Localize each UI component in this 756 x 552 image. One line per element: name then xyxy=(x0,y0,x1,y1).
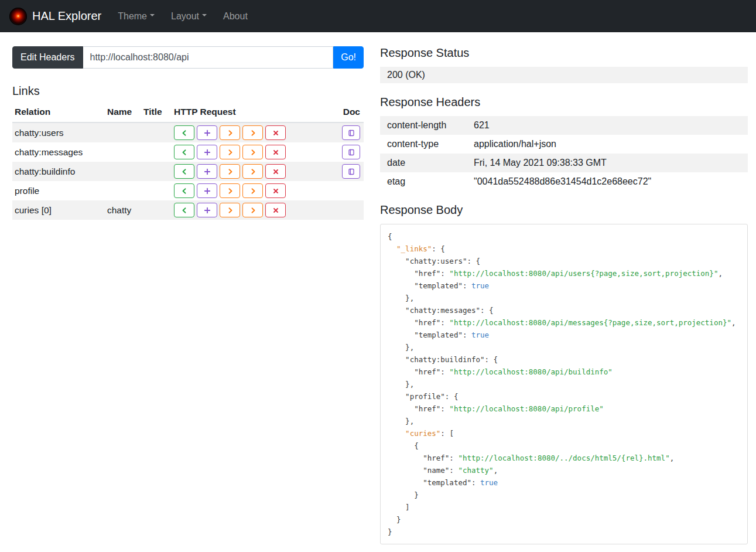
book-icon xyxy=(348,130,355,137)
response-body-code: { "_links": { "chatty:users": { "href": … xyxy=(380,224,748,544)
response-header-row: dateFri, 14 May 2021 09:38:33 GMT xyxy=(380,154,748,172)
http-get-button[interactable] xyxy=(174,145,194,159)
http-put-button[interactable] xyxy=(220,203,240,217)
link-title xyxy=(141,181,172,200)
http-get-button[interactable] xyxy=(174,203,194,217)
link-request-buttons xyxy=(172,162,337,181)
right-column: Response Status 200 (OK) Response Header… xyxy=(380,46,748,544)
code-line: "chatty:messages": { xyxy=(388,304,740,316)
http-delete-button[interactable] xyxy=(265,183,286,198)
http-post-button[interactable] xyxy=(197,203,217,217)
links-table-row: curies [0]chatty xyxy=(12,200,364,220)
edit-headers-button[interactable]: Edit Headers xyxy=(12,46,83,69)
response-header-name: date xyxy=(387,158,474,168)
code-line: "chatty:buildinfo": { xyxy=(388,353,740,366)
plus-icon xyxy=(204,149,211,156)
link-request-buttons xyxy=(172,200,337,220)
code-line: }, xyxy=(388,378,740,390)
x-icon xyxy=(272,207,279,214)
response-header-name: etag xyxy=(387,176,474,187)
links-heading: Links xyxy=(12,84,364,98)
http-delete-button[interactable] xyxy=(265,203,286,217)
plus-icon xyxy=(204,168,211,175)
brand-title: HAL Explorer xyxy=(32,9,101,23)
code-line: { xyxy=(388,230,740,243)
chevron-left-icon xyxy=(181,130,188,137)
response-header-row: content-length621 xyxy=(380,116,748,135)
response-header-value: "0041da552488d86e31454d1c2e68eec72" xyxy=(474,176,741,187)
caret-down-icon xyxy=(150,14,155,19)
link-doc xyxy=(337,181,364,200)
code-line: } xyxy=(388,489,740,501)
column-header-title: Title xyxy=(141,101,172,122)
response-header-row: content-typeapplication/hal+json xyxy=(380,135,748,154)
doc-button[interactable] xyxy=(342,164,360,179)
chevron-right-icon xyxy=(249,168,256,175)
http-post-button[interactable] xyxy=(197,145,217,159)
code-line: "href": "http://localhost:8080/api/users… xyxy=(388,267,740,280)
code-line: "templated": true xyxy=(388,476,740,489)
chevron-left-icon xyxy=(181,149,188,156)
code-line: }, xyxy=(388,341,740,353)
http-post-button[interactable] xyxy=(197,125,217,140)
column-header-doc: Doc xyxy=(337,101,364,122)
links-table-row: chatty:users xyxy=(12,122,364,142)
http-put-button[interactable] xyxy=(220,183,240,198)
link-doc xyxy=(337,122,364,142)
main-content: Edit Headers Go! Links Relation Name Tit… xyxy=(0,32,756,552)
http-put-button[interactable] xyxy=(220,164,240,179)
http-delete-button[interactable] xyxy=(265,125,286,140)
link-doc xyxy=(337,142,364,162)
code-line: "href": "http://localhost:8080/api/messa… xyxy=(388,316,740,329)
go-button[interactable]: Go! xyxy=(333,46,364,69)
navbar-brand[interactable]: HAL Explorer xyxy=(9,8,101,25)
url-input[interactable] xyxy=(83,46,334,69)
http-patch-button[interactable] xyxy=(242,145,263,159)
code-line: "profile": { xyxy=(388,390,740,403)
link-name xyxy=(105,181,141,200)
plus-icon xyxy=(204,130,211,137)
response-header-row: etag"0041da552488d86e31454d1c2e68eec72" xyxy=(380,172,748,191)
doc-button[interactable] xyxy=(342,125,360,140)
http-get-button[interactable] xyxy=(174,125,194,140)
http-post-button[interactable] xyxy=(197,164,217,179)
http-patch-button[interactable] xyxy=(242,125,263,140)
doc-button[interactable] xyxy=(342,145,360,159)
x-icon xyxy=(272,168,279,175)
http-get-button[interactable] xyxy=(174,183,194,198)
link-name: chatty xyxy=(105,200,141,220)
chevron-right-icon xyxy=(227,149,234,156)
http-patch-button[interactable] xyxy=(242,164,263,179)
response-header-name: content-type xyxy=(387,139,474,149)
nav-item-layout[interactable]: Layout xyxy=(163,6,215,26)
nav-item-theme[interactable]: Theme xyxy=(110,6,163,26)
links-table: Relation Name Title HTTP Request Doc cha… xyxy=(12,101,364,220)
response-headers-table: content-length621content-typeapplication… xyxy=(380,116,748,191)
chevron-left-icon xyxy=(181,188,188,195)
http-patch-button[interactable] xyxy=(242,183,263,198)
http-put-button[interactable] xyxy=(220,125,240,140)
http-post-button[interactable] xyxy=(197,183,217,198)
nav-item-about[interactable]: About xyxy=(215,6,256,26)
column-header-name: Name xyxy=(105,101,141,122)
link-relation: chatty:users xyxy=(12,122,105,142)
http-get-button[interactable] xyxy=(174,164,194,179)
chevron-right-icon xyxy=(227,188,234,195)
chevron-left-icon xyxy=(181,207,188,214)
chevron-right-icon xyxy=(227,168,234,175)
column-header-relation: Relation xyxy=(12,101,105,122)
x-icon xyxy=(272,130,279,137)
link-relation: curies [0] xyxy=(12,200,105,220)
http-patch-button[interactable] xyxy=(242,203,263,217)
link-relation: chatty:buildinfo xyxy=(12,162,105,181)
link-title xyxy=(141,200,172,220)
link-relation: profile xyxy=(12,181,105,200)
links-table-row: profile xyxy=(12,181,364,200)
hal-logo-icon xyxy=(9,8,27,25)
response-header-name: content-length xyxy=(387,120,474,131)
code-line: }, xyxy=(388,292,740,304)
link-name xyxy=(105,142,141,162)
http-delete-button[interactable] xyxy=(265,145,286,159)
http-delete-button[interactable] xyxy=(265,164,286,179)
http-put-button[interactable] xyxy=(220,145,240,159)
